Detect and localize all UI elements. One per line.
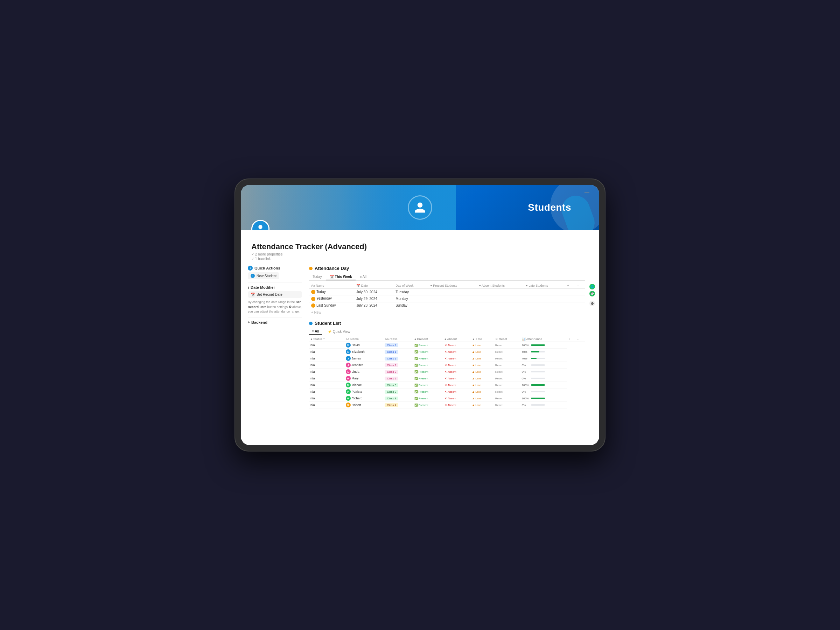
main-layout: i Quick Actions + New Student i Date Mod… [241, 263, 599, 445]
student-avatar: J [346, 363, 351, 368]
properties-link[interactable]: ✓ 2 more properties [251, 253, 589, 256]
absent-status[interactable]: ✕ Absent [445, 390, 456, 393]
student-row[interactable]: n/a J Jennifer Class 2 ✅ Present ✕ Absen… [309, 362, 585, 369]
attendance-row[interactable]: Today July 30, 2024 Tuesday [309, 289, 585, 295]
date-modifier-section[interactable]: i Date Modifier [248, 285, 302, 289]
absent-status[interactable]: ✕ Absent [445, 351, 456, 354]
student-row[interactable]: n/a L Linda Class 2 ✅ Present ✕ Absent ▲… [309, 369, 585, 375]
class-badge: Class 1 [385, 350, 398, 354]
student-name-cell: L Linda [346, 369, 382, 374]
attendance-pct: 0% [522, 404, 529, 407]
class-badge: Class 2 [385, 377, 398, 381]
student-tab-all[interactable]: ≡ All [309, 328, 322, 335]
student-tab-bar: ≡ All ⚡ Quick View [309, 328, 585, 335]
absent-status[interactable]: ✕ Absent [445, 404, 456, 407]
late-status[interactable]: ▲ Late [472, 351, 481, 354]
reset-button[interactable]: Reset [495, 370, 503, 373]
absent-status[interactable]: ✕ Absent [445, 344, 456, 347]
absent-status[interactable]: ✕ Absent [445, 377, 456, 380]
present-status[interactable]: ✅ Present [414, 370, 428, 373]
reset-button[interactable]: Reset [495, 377, 503, 380]
class-badge: Class 3 [385, 390, 398, 394]
student-row[interactable]: n/a R Richard Class 3 ✅ Present ✕ Absent… [309, 395, 585, 402]
col-more[interactable]: ··· [574, 283, 585, 289]
reset-button[interactable]: Reset [495, 390, 503, 393]
minimize-button[interactable] [584, 193, 589, 193]
late-status[interactable]: ▲ Late [472, 344, 481, 347]
set-record-date-label: Set Record Date [257, 293, 283, 297]
student-col-more[interactable]: ··· [575, 337, 585, 342]
reset-button[interactable]: Reset [495, 364, 503, 367]
late-status[interactable]: ▲ Late [472, 384, 481, 387]
student-status: n/a [309, 342, 344, 349]
new-student-button[interactable]: + New Student [248, 272, 279, 279]
reset-button[interactable]: Reset [495, 397, 503, 400]
student-name-cell: P Patricia [346, 389, 382, 394]
backlink[interactable]: ✓ 1 backlink [251, 257, 589, 261]
reset-button[interactable]: Reset [495, 357, 503, 360]
reset-button[interactable]: Reset [495, 384, 503, 387]
student-row[interactable]: n/a M Mary Class 2 ✅ Present ✕ Absent ▲ … [309, 375, 585, 382]
quick-actions-section[interactable]: i Quick Actions [248, 266, 302, 270]
student-row[interactable]: n/a P Patricia Class 3 ✅ Present ✕ Absen… [309, 388, 585, 395]
col-add[interactable]: + [565, 283, 574, 289]
tab-all[interactable]: ≡ All [356, 274, 370, 280]
reset-button[interactable]: Reset [495, 404, 503, 407]
absent-status[interactable]: ✕ Absent [445, 357, 456, 360]
green-ctrl-2[interactable]: 💬 [589, 291, 595, 297]
attendance-new-row[interactable]: + New [309, 309, 585, 316]
present-status[interactable]: ✅ Present [414, 384, 428, 387]
late-status[interactable]: ▲ Late [472, 370, 481, 373]
reset-button[interactable]: Reset [495, 344, 503, 347]
student-col-add[interactable]: + [567, 337, 575, 342]
backend-section[interactable]: Backend [248, 320, 302, 324]
settings-ctrl[interactable]: ⚙ [589, 301, 595, 306]
student-row[interactable]: n/a J James Class 1 ✅ Present ✕ Absent ▲… [309, 355, 585, 362]
student-name: Mary [352, 377, 359, 380]
present-status[interactable]: ✅ Present [414, 351, 428, 354]
attendance-row[interactable]: Yesterday July 29, 2024 Monday [309, 295, 585, 302]
present-status[interactable]: ✅ Present [414, 404, 428, 407]
main-content[interactable]: Attendance Day Today 📅 This Week ≡ All A… [306, 263, 589, 445]
late-status[interactable]: ▲ Late [472, 404, 481, 407]
attendance-row[interactable]: Last Sunday July 28, 2024 Sunday [309, 302, 585, 309]
tab-this-week[interactable]: 📅 This Week [326, 274, 355, 280]
attendance-bar: 100% [522, 397, 565, 400]
tab-today[interactable]: Today [309, 274, 325, 280]
late-status[interactable]: ▲ Late [472, 397, 481, 400]
present-status[interactable]: ✅ Present [414, 344, 428, 347]
absent-status[interactable]: ✕ Absent [445, 384, 456, 387]
student-name-cell: R Richard [346, 396, 382, 401]
late-status[interactable]: ▲ Late [472, 390, 481, 393]
student-row[interactable]: n/a M Michael Class 3 ✅ Present ✕ Absent… [309, 382, 585, 388]
late-status[interactable]: ▲ Late [472, 357, 481, 360]
student-row[interactable]: n/a D David Class 1 ✅ Present ✕ Absent ▲… [309, 342, 585, 349]
reset-button[interactable]: Reset [495, 351, 503, 354]
attendance-pct: 0% [522, 377, 529, 380]
attendance-day-header: Attendance Day [309, 266, 585, 271]
set-record-date-button[interactable]: 📅 Set Record Date [248, 291, 302, 298]
attendance-bar: 0% [522, 364, 565, 367]
plus-icon: + [251, 274, 255, 278]
absent-status[interactable]: ✕ Absent [445, 364, 456, 367]
absent-status[interactable]: ✕ Absent [445, 370, 456, 373]
class-badge: Class 1 [385, 357, 398, 360]
col-name: Aa Name [309, 283, 354, 289]
student-row[interactable]: n/a R Robert Class 4 ✅ Present ✕ Absent … [309, 402, 585, 409]
present-status[interactable]: ✅ Present [414, 377, 428, 380]
present-status[interactable]: ✅ Present [414, 364, 428, 367]
student-name: Patricia [352, 390, 362, 393]
present-status[interactable]: ✅ Present [414, 390, 428, 393]
late-status[interactable]: ▲ Late [472, 364, 481, 367]
attendance-bar-bg [531, 358, 545, 359]
attendance-tab-bar: Today 📅 This Week ≡ All [309, 274, 585, 281]
present-status[interactable]: ✅ Present [414, 397, 428, 400]
present-status[interactable]: ✅ Present [414, 357, 428, 360]
late-status[interactable]: ▲ Late [472, 377, 481, 380]
attendance-bar-bg [531, 391, 545, 392]
absent-status[interactable]: ✕ Absent [445, 397, 456, 400]
student-col-status: ● Status T... [309, 337, 344, 342]
student-row[interactable]: n/a E Elizabeth Class 1 ✅ Present ✕ Abse… [309, 349, 585, 355]
student-tab-quick[interactable]: ⚡ Quick View [325, 329, 353, 334]
green-ctrl[interactable]: 🌐 [589, 284, 595, 289]
